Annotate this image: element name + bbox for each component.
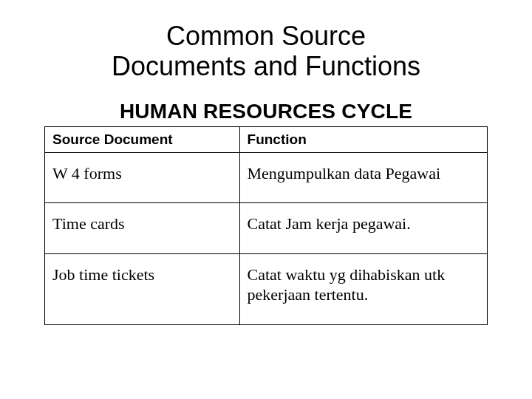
cell-source-document: Time cards [45,203,240,254]
cell-function: Catat waktu yg dihabiskan utk pekerjaan … [239,253,487,324]
slide: Common Source Documents and Functions HU… [0,0,532,399]
table-row: W 4 forms Mengumpulkan data Pegawai [45,152,488,203]
cell-source-document: W 4 forms [45,152,240,203]
cell-source-document: Job time tickets [45,253,240,324]
header-function: Function [239,126,487,152]
documents-table: Source Document Function W 4 forms Mengu… [44,126,488,325]
header-source-document: Source Document [45,126,240,152]
title-line-1: Common Source [166,21,366,51]
title-line-2: Documents and Functions [112,51,420,81]
table-row: Time cards Catat Jam kerja pegawai. [45,203,488,254]
cell-function: Catat Jam kerja pegawai. [239,203,487,254]
slide-title: Common Source Documents and Functions [44,21,488,82]
cell-function: Mengumpulkan data Pegawai [239,152,487,203]
section-heading: HUMAN RESOURCES CYCLE [44,100,488,123]
table-row: Job time tickets Catat waktu yg dihabisk… [45,253,488,324]
table-header-row: Source Document Function [45,126,488,152]
